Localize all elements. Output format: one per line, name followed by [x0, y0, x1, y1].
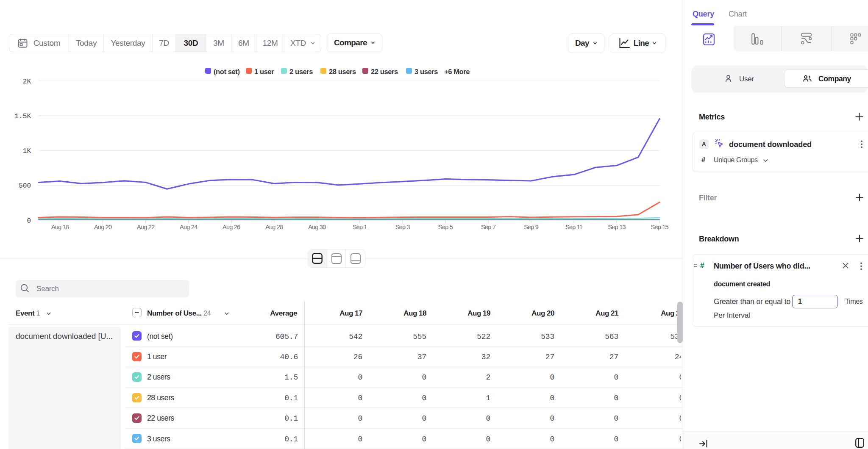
svg-text:0: 0 — [27, 217, 31, 225]
svg-text:Aug 28: Aug 28 — [265, 224, 283, 230]
svg-text:Aug 18: Aug 18 — [51, 224, 69, 230]
svg-text:Aug 24: Aug 24 — [180, 224, 198, 230]
svg-text:Sep 5: Sep 5 — [438, 224, 453, 230]
svg-text:Sep 11: Sep 11 — [565, 224, 583, 230]
svg-text:Sep 7: Sep 7 — [481, 224, 496, 230]
svg-text:Aug 26: Aug 26 — [223, 224, 240, 230]
svg-text:1K: 1K — [23, 147, 31, 155]
svg-text:1.5K: 1.5K — [15, 113, 31, 120]
svg-text:Sep 9: Sep 9 — [524, 224, 539, 230]
svg-text:Sep 3: Sep 3 — [395, 224, 410, 230]
svg-text:Sep 13: Sep 13 — [608, 224, 626, 230]
svg-text:Sep 1: Sep 1 — [353, 224, 367, 230]
svg-text:2K: 2K — [23, 78, 31, 86]
svg-text:Aug 30: Aug 30 — [308, 224, 326, 230]
svg-text:Aug 20: Aug 20 — [94, 224, 112, 230]
svg-text:Aug 22: Aug 22 — [137, 224, 155, 230]
svg-text:500: 500 — [19, 182, 31, 190]
svg-text:Sep 15: Sep 15 — [651, 224, 669, 230]
